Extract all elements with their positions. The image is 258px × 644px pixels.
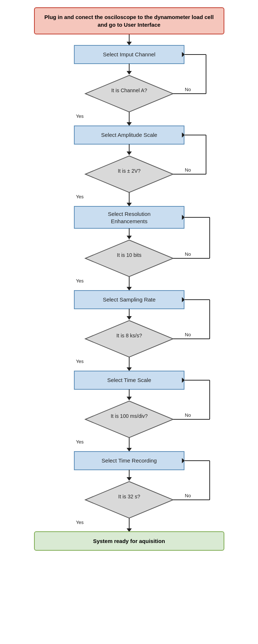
no1-label: No [185, 87, 191, 92]
no5-label: No [185, 412, 191, 418]
svg-marker-5 [85, 75, 173, 112]
process5-label: Select Time Scale [107, 377, 151, 383]
decision1-label: It is Channel A? [111, 87, 147, 93]
svg-marker-34 [127, 316, 132, 320]
yes5-label: Yes [76, 439, 84, 445]
yes3-label: Yes [76, 278, 84, 284]
svg-marker-55 [85, 482, 173, 518]
svg-marker-51 [127, 448, 132, 452]
svg-rect-22 [74, 206, 184, 228]
svg-marker-25 [85, 240, 173, 277]
process3-label2: Enhancements [111, 218, 147, 224]
svg-marker-21 [127, 203, 132, 206]
decision4-label: It is 8 ks/s? [116, 333, 142, 338]
yes1-label: Yes [76, 113, 84, 119]
svg-marker-11 [127, 122, 132, 126]
yes4-label: Yes [76, 359, 84, 364]
svg-marker-45 [85, 401, 173, 438]
decision5-label: It is 100 ms/div? [111, 413, 147, 419]
svg-marker-14 [127, 151, 132, 155]
end-terminal: System ready for aquisition [34, 531, 224, 551]
svg-marker-24 [127, 236, 132, 239]
flowchart: Plug in and conect the osciloscope to th… [16, 7, 243, 637]
svg-marker-4 [127, 71, 132, 75]
no3-label: No [185, 251, 191, 257]
svg-marker-54 [127, 477, 132, 481]
yes6-label: Yes [76, 520, 84, 525]
no6-label: No [185, 493, 191, 498]
decision2-label: It is ± 2V? [117, 168, 140, 174]
process2-label: Select Amplitude Scale [101, 132, 157, 138]
svg-marker-15 [85, 156, 173, 192]
process3-label: Select Resolution [108, 211, 150, 217]
process6-label: Select Time Recording [101, 457, 157, 464]
no4-label: No [185, 332, 191, 337]
svg-marker-1 [127, 42, 132, 45]
decision3-label: It is 10 bits [117, 252, 141, 258]
decision6-label: It is 32 s? [118, 494, 140, 499]
svg-marker-41 [127, 367, 132, 371]
process4-label: Select Sampling Rate [102, 296, 155, 303]
process1-label: Select Imput Channel [103, 51, 155, 57]
svg-marker-44 [127, 397, 132, 400]
no2-label: No [185, 167, 191, 173]
start-terminal: Plug in and conect the osciloscope to th… [34, 7, 224, 34]
svg-marker-35 [85, 321, 173, 357]
yes2-label: Yes [76, 194, 84, 199]
svg-marker-31 [127, 287, 132, 291]
